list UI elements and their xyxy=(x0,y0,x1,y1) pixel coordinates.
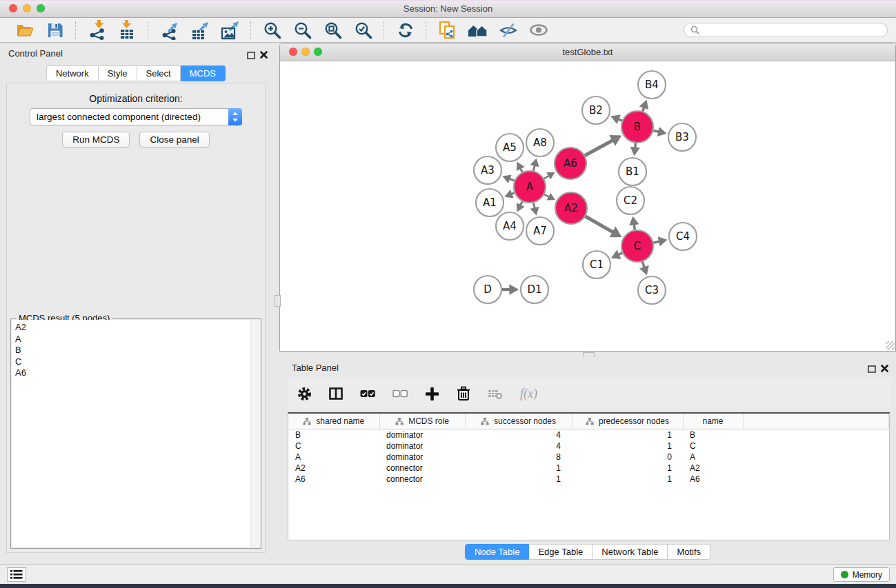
graph-node-B3[interactable]: B3 xyxy=(668,123,696,151)
delete-column-button[interactable] xyxy=(457,385,470,403)
graph-node-A2[interactable]: A2 xyxy=(555,192,587,224)
home-button[interactable] xyxy=(465,19,490,41)
table-cell[interactable]: A2 xyxy=(288,463,379,474)
graph-node-C[interactable]: C xyxy=(621,230,653,262)
table-cell[interactable]: 0 xyxy=(572,452,683,463)
column-header-successor-nodes[interactable]: successor nodes xyxy=(465,414,572,429)
delete-table-button[interactable] xyxy=(488,385,503,403)
graph-node-D[interactable]: D xyxy=(474,276,501,303)
table-cell[interactable]: A2 xyxy=(683,463,743,474)
network-from-selection-button[interactable] xyxy=(435,19,460,41)
graph-node-C1[interactable]: C1 xyxy=(583,251,610,278)
graph-node-C4[interactable]: C4 xyxy=(669,223,697,250)
table-cell[interactable]: 4 xyxy=(465,440,572,452)
table-cell[interactable]: A6 xyxy=(288,474,379,485)
import-network-button[interactable] xyxy=(84,19,110,41)
mcds-result-list[interactable]: A2ABCA6 xyxy=(12,320,260,547)
table-cell[interactable]: 8 xyxy=(465,452,572,463)
graph-node-A5[interactable]: A5 xyxy=(496,134,524,161)
float-table-panel-icon[interactable] xyxy=(868,363,876,376)
tab-style[interactable]: Style xyxy=(99,65,137,81)
table-settings-button[interactable] xyxy=(297,385,312,403)
table-cell[interactable]: A xyxy=(288,452,379,463)
result-scrollbar[interactable] xyxy=(250,320,260,547)
close-panel-icon[interactable] xyxy=(260,49,268,61)
tab-select[interactable]: Select xyxy=(137,65,181,81)
run-mcds-button[interactable]: Run MCDS xyxy=(62,132,130,148)
table-cell[interactable]: 1 xyxy=(465,463,572,474)
table-cell[interactable]: connector xyxy=(379,463,465,474)
apply-function-button[interactable]: f(x) xyxy=(520,385,537,403)
close-table-panel-icon[interactable] xyxy=(881,363,888,375)
deselect-all-button[interactable] xyxy=(392,385,408,403)
tab-mcds[interactable]: MCDS xyxy=(181,65,226,81)
export-network-button[interactable] xyxy=(157,19,182,41)
table-cell[interactable]: 1 xyxy=(572,474,683,485)
graph-node-A8[interactable]: A8 xyxy=(526,129,554,156)
graph-node-B[interactable]: B xyxy=(621,111,653,143)
tab-network-table[interactable]: Network Table xyxy=(593,544,668,560)
task-history-button[interactable] xyxy=(7,567,26,582)
column-header-name[interactable]: name xyxy=(683,414,743,429)
import-table-button[interactable] xyxy=(115,19,140,41)
table-row[interactable]: A2connector11A2 xyxy=(288,463,889,474)
float-panel-icon[interactable] xyxy=(247,50,255,62)
open-session-button[interactable] xyxy=(12,19,37,41)
network-graph[interactable]: B4B2BB3A5A8A6B1A3AA1C2A2A4A7C4CC1C3DD1 xyxy=(280,61,895,351)
graph-node-A[interactable]: A xyxy=(514,171,546,203)
table-row[interactable]: Bdominator41B xyxy=(288,429,889,441)
column-header-shared-name[interactable]: shared name xyxy=(288,414,379,429)
add-column-button[interactable] xyxy=(425,385,439,403)
network-canvas[interactable]: B4B2BB3A5A8A6B1A3AA1C2A2A4A7C4CC1C3DD1 xyxy=(280,61,895,351)
result-list-item[interactable]: A2 xyxy=(15,322,260,334)
tab-network[interactable]: Network xyxy=(46,65,99,81)
refresh-button[interactable] xyxy=(392,19,418,41)
memory-button[interactable]: Memory xyxy=(833,567,890,582)
zoom-out-button[interactable] xyxy=(290,19,315,41)
export-image-button[interactable] xyxy=(217,19,243,41)
result-list-item[interactable]: C xyxy=(15,356,260,368)
graph-node-A4[interactable]: A4 xyxy=(496,212,524,240)
table-cell[interactable]: 1 xyxy=(465,474,572,485)
table-cell[interactable]: B xyxy=(683,429,743,441)
result-list-item[interactable]: B xyxy=(15,345,260,356)
graph-node-D1[interactable]: D1 xyxy=(521,276,548,303)
graph-node-B2[interactable]: B2 xyxy=(582,97,610,124)
show-column-button[interactable] xyxy=(329,385,343,403)
table-cell[interactable]: dominator xyxy=(379,440,465,452)
network-zoom-traffic-light[interactable] xyxy=(314,48,322,56)
graph-node-C2[interactable]: C2 xyxy=(617,187,644,214)
table-cell[interactable]: C xyxy=(683,440,743,452)
resize-grip-icon[interactable] xyxy=(886,341,895,350)
show-graphics-details-button[interactable] xyxy=(526,19,551,41)
zoom-in-button[interactable] xyxy=(259,19,285,41)
result-list-item[interactable]: A6 xyxy=(15,367,260,379)
save-session-button[interactable] xyxy=(42,19,68,41)
close-panel-button[interactable]: Close panel xyxy=(139,132,209,148)
graph-node-C3[interactable]: C3 xyxy=(638,276,666,304)
graph-node-A3[interactable]: A3 xyxy=(474,156,501,184)
table-cell[interactable]: connector xyxy=(379,474,465,485)
hide-selected-button[interactable] xyxy=(495,19,521,41)
table-cell[interactable]: 1 xyxy=(572,463,683,474)
tab-node-table[interactable]: Node Table xyxy=(465,544,530,560)
table-cell[interactable]: 1 xyxy=(572,440,683,452)
graph-node-B1[interactable]: B1 xyxy=(619,158,646,185)
tab-motifs[interactable]: Motifs xyxy=(668,544,710,560)
table-cell[interactable]: A6 xyxy=(683,474,743,485)
table-cell[interactable]: A xyxy=(683,452,743,463)
table-row[interactable]: A6connector11A6 xyxy=(288,474,889,485)
tab-edge-table[interactable]: Edge Table xyxy=(529,544,593,560)
table-row[interactable]: Adominator80A xyxy=(288,452,889,463)
zoom-selected-button[interactable] xyxy=(350,19,376,41)
graph-node-A1[interactable]: A1 xyxy=(476,189,504,216)
table-cell[interactable]: dominator xyxy=(379,429,465,441)
table-cell[interactable]: 1 xyxy=(572,429,683,441)
table-cell[interactable]: B xyxy=(288,429,379,441)
graph-node-A6[interactable]: A6 xyxy=(555,148,586,179)
select-all-button[interactable] xyxy=(360,385,375,403)
search-input[interactable] xyxy=(703,25,881,36)
graph-node-A7[interactable]: A7 xyxy=(526,217,554,245)
export-table-button[interactable] xyxy=(187,19,212,41)
network-minimize-traffic-light[interactable] xyxy=(301,48,310,56)
